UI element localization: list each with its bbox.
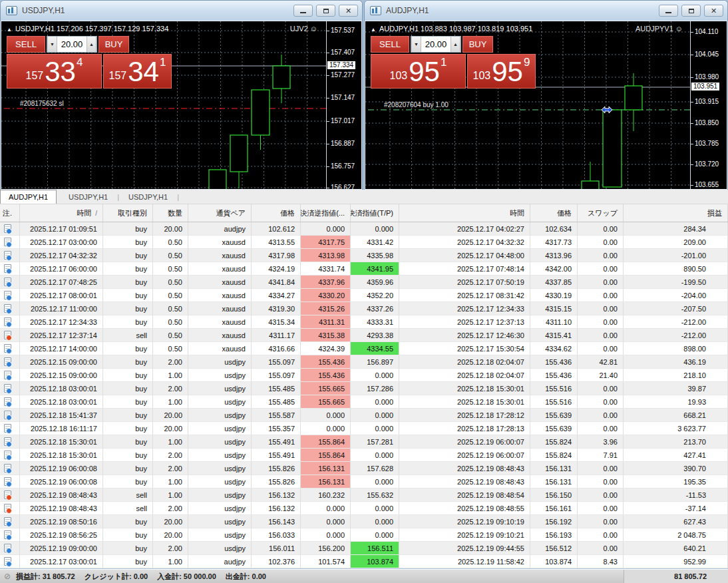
history-row[interactable]: 2025.12.15 09:00:00buy1.00usdjpy155.0971… — [0, 369, 728, 382]
column-header-7[interactable]: 決済指値(T/P) — [351, 204, 399, 222]
history-row[interactable]: 2025.12.17 01:09:51buy20.00audjpy102.612… — [0, 222, 728, 236]
chart-canvas-audjpy[interactable]: 103.951 104.110104.045103.980103.915103.… — [365, 21, 727, 190]
cell-profit: 19.93 — [624, 395, 728, 409]
history-row[interactable]: 2025.12.19 06:00:08buy1.00usdjpy155.8261… — [0, 475, 728, 488]
history-row[interactable]: 2025.12.17 11:00:00buy0.50xauusd4319.304… — [0, 302, 728, 315]
tab-audjpy-h1[interactable]: AUDJPY,H1 — [0, 190, 57, 204]
column-header-1[interactable]: 時間/ — [20, 204, 103, 222]
close-icon: ✕ — [345, 7, 351, 15]
note-icon-buy — [4, 424, 11, 433]
tab-usdjpy-h1[interactable]: USDJPY,H1 — [120, 190, 176, 204]
history-row[interactable]: 2025.12.15 09:00:00buy2.00usdjpy155.0971… — [0, 355, 728, 369]
buy-price-button[interactable]: 157341 — [103, 54, 172, 89]
titlebar-audjpy[interactable]: AUDJPY,H1 ✕ — [365, 1, 727, 21]
history-row[interactable]: 2025.12.18 15:30:01buy1.00usdjpy155.4911… — [0, 435, 728, 449]
volume-value[interactable] — [421, 37, 451, 52]
titlebar-usdjpy[interactable]: USDJPY,H1 ✕ — [1, 1, 362, 21]
column-header-3[interactable]: 数量 — [153, 204, 188, 222]
restore-button[interactable] — [681, 5, 701, 17]
cell-volume: 0.50 — [153, 342, 188, 355]
history-row[interactable]: 2025.12.18 15:30:01buy2.00usdjpy155.4911… — [0, 449, 728, 462]
cell-close_price: 4315.41 — [530, 329, 578, 342]
history-row[interactable]: 2025.12.18 03:00:01buy1.00usdjpy155.4851… — [0, 395, 728, 409]
history-row[interactable]: 2025.12.17 14:00:00buy0.50xauusd4316.664… — [0, 342, 728, 355]
sell-button[interactable]: SELL — [7, 36, 45, 53]
cell-sl: 155.864 — [301, 449, 351, 462]
column-header-5[interactable]: 価格 — [252, 204, 301, 222]
volume-value[interactable] — [57, 37, 87, 52]
price-axis: 103.951 104.110104.045103.980103.915103.… — [690, 21, 727, 189]
minimize-button[interactable] — [659, 5, 678, 17]
collapse-icon[interactable]: ▲ — [7, 27, 12, 33]
cell-time: 2025.12.18 03:00:01 — [20, 382, 103, 395]
column-header-2[interactable]: 取引種別 — [103, 204, 153, 222]
ohlc-readout: ▲AUDJPY,H1 103.883 103.987 103.819 103.9… — [371, 25, 532, 33]
cell-time: 2025.12.17 01:09:51 — [20, 222, 103, 236]
volume-up-button[interactable]: ▲ — [87, 37, 96, 52]
column-header-6[interactable]: 決済逆指値(... — [301, 204, 351, 222]
column-header-10[interactable]: スワップ — [578, 204, 624, 222]
column-header-9[interactable]: 価格 — [530, 204, 578, 222]
history-row[interactable]: 2025.12.17 03:00:01buy1.00audjpy102.3761… — [0, 555, 728, 568]
history-row[interactable]: 2025.12.19 08:48:43sell2.00usdjpy156.132… — [0, 502, 728, 515]
cell-close_time: 2025.12.19 09:10:21 — [399, 528, 530, 542]
minimize-button[interactable] — [293, 5, 313, 17]
cell-close_price: 4330.19 — [530, 289, 578, 302]
tab-usdjpy-h1[interactable]: USDJPY,H1 — [61, 190, 116, 204]
column-header-0[interactable]: 注. — [0, 204, 20, 222]
cell-tp: 0.000 — [351, 449, 399, 462]
history-row[interactable]: 2025.12.18 15:41:37buy20.00usdjpy155.587… — [0, 409, 728, 422]
cell-volume: 0.50 — [153, 289, 188, 302]
chart-canvas-usdjpy[interactable]: 157.334 157.537157.407157.277157.147157.… — [1, 21, 362, 190]
history-row[interactable]: 2025.12.17 12:37:14sell0.50xauusd4311.17… — [0, 329, 728, 342]
cell-symbol: xauusd — [188, 289, 252, 302]
cell-close_time: 2025.12.17 07:50:19 — [399, 276, 530, 289]
cell-type: buy — [103, 542, 153, 555]
volume-down-button[interactable]: ▼ — [47, 37, 57, 52]
history-row[interactable]: 2025.12.19 09:00:00buy2.00usdjpy156.0111… — [0, 542, 728, 555]
note-icon-sell — [4, 490, 11, 499]
sell-price-button[interactable]: 157334 — [7, 54, 102, 89]
history-row[interactable]: 2025.12.19 08:48:43sell1.00usdjpy156.132… — [0, 488, 728, 502]
history-row[interactable]: 2025.12.17 04:32:32buy0.50xauusd4317.984… — [0, 249, 728, 262]
note-icon-buy — [4, 251, 11, 260]
smiley-icon[interactable]: ☺ — [675, 25, 683, 33]
history-row[interactable]: 2025.12.17 08:00:01buy0.50xauusd4334.274… — [0, 289, 728, 302]
buy-price-button[interactable]: 103959 — [467, 54, 536, 89]
note-icon-buy — [4, 304, 11, 313]
chart-window-icon — [370, 6, 381, 15]
volume-up-button[interactable]: ▲ — [451, 37, 460, 52]
column-header-8[interactable]: 時間 — [399, 204, 530, 222]
cell-close_price: 4334.62 — [530, 342, 578, 355]
cell-symbol: usdjpy — [188, 462, 252, 475]
history-row[interactable]: 2025.12.19 08:56:25buy20.00usdjpy156.033… — [0, 528, 728, 542]
history-row[interactable]: 2025.12.19 08:50:16buy20.00usdjpy156.143… — [0, 515, 728, 528]
sell-button[interactable]: SELL — [371, 36, 409, 53]
cell-price: 4311.17 — [252, 329, 301, 342]
chart-window-icon — [6, 6, 17, 15]
close-button[interactable]: ✕ — [339, 5, 358, 17]
history-row[interactable]: 2025.12.17 07:48:25buy0.50xauusd4341.844… — [0, 276, 728, 289]
history-row[interactable]: 2025.12.17 06:00:00buy0.50xauusd4324.194… — [0, 262, 728, 276]
buy-button[interactable]: BUY — [98, 36, 129, 53]
order-note-cell — [0, 355, 20, 369]
history-table-header: 注.時間/取引種別数量通貨ペア価格決済逆指値(...決済指値(T/P)時間価格ス… — [0, 204, 728, 222]
cell-type: buy — [103, 262, 153, 276]
column-header-11[interactable]: 損益 — [624, 204, 728, 222]
volume-down-button[interactable]: ▼ — [411, 37, 421, 52]
history-row[interactable]: 2025.12.17 12:34:33buy0.50xauusd4315.344… — [0, 315, 728, 329]
history-row[interactable]: 2025.12.18 03:00:01buy2.00usdjpy155.4851… — [0, 382, 728, 395]
history-row[interactable]: 2025.12.19 06:00:08buy2.00usdjpy155.8261… — [0, 462, 728, 475]
close-button[interactable]: ✕ — [704, 5, 723, 17]
restore-button[interactable] — [316, 5, 335, 17]
cell-volume: 2.00 — [153, 542, 188, 555]
history-row[interactable]: 2025.12.17 03:00:00buy0.50xauusd4313.554… — [0, 236, 728, 249]
buy-button[interactable]: BUY — [462, 36, 493, 53]
column-header-4[interactable]: 通貨ペア — [188, 204, 252, 222]
cell-close_time: 2025.12.18 02:04:07 — [399, 355, 530, 369]
smiley-icon[interactable]: ☺ — [310, 25, 317, 33]
cell-symbol: xauusd — [188, 236, 252, 249]
sell-price-button[interactable]: 103951 — [371, 54, 466, 89]
collapse-icon[interactable]: ▲ — [371, 27, 376, 33]
history-row[interactable]: 2025.12.18 16:11:17buy20.00usdjpy155.357… — [0, 422, 728, 435]
